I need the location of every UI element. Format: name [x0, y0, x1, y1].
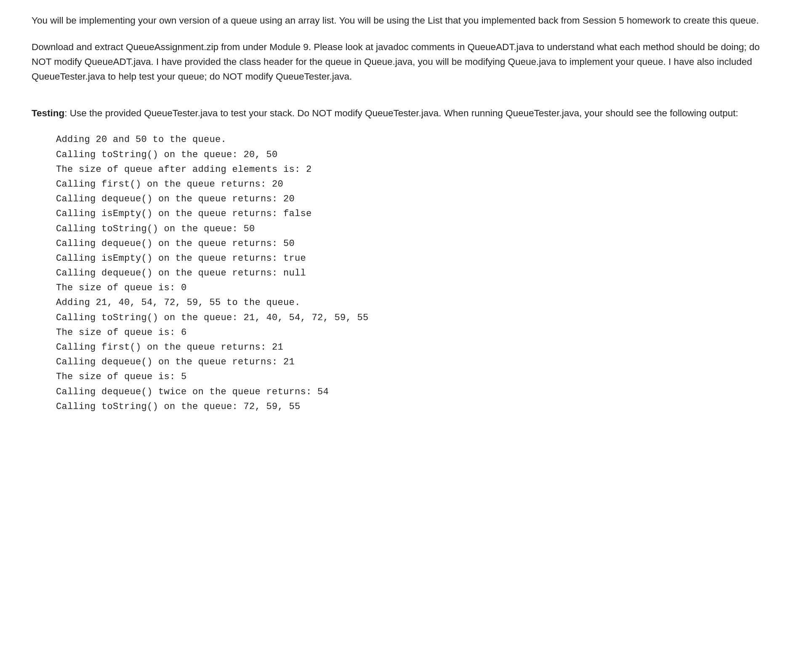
section-gap	[32, 96, 780, 106]
intro-text-2: Download and extract QueueAssignment.zip…	[32, 42, 760, 82]
intro-paragraph-1: You will be implementing your own versio…	[32, 13, 780, 28]
testing-text: : Use the provided QueueTester.java to t…	[64, 108, 738, 118]
intro-text-1: You will be implementing your own versio…	[32, 15, 759, 26]
testing-paragraph: Testing: Use the provided QueueTester.ja…	[32, 106, 780, 121]
intro-paragraph-2: Download and extract QueueAssignment.zip…	[32, 40, 780, 84]
testing-label: Testing	[32, 108, 64, 118]
expected-output-block: Adding 20 and 50 to the queue. Calling t…	[56, 132, 780, 414]
